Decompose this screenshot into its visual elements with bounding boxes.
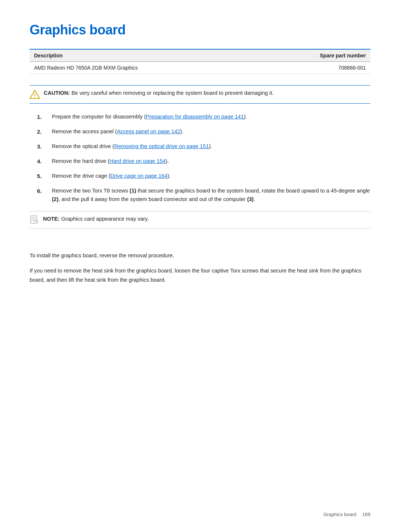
step-link[interactable]: Preparation for disassembly on page 141 [146,114,244,120]
list-item: 6.Remove the two Torx T8 screws (1) that… [37,187,370,204]
table-cell-description: AMD Radeon HD 7650A 2GB MXM Graphics [30,62,259,74]
caution-description: Be very careful when removing or replaci… [71,90,274,96]
step-text: Remove the access panel (Access panel on… [52,127,183,136]
step-text: Remove the optical drive (Removing the o… [52,142,212,151]
step-number: 5. [37,172,46,181]
page-footer-label: Graphics board [323,512,356,517]
footer-paragraph-1: To install the graphics board, reverse t… [30,251,370,260]
parts-table: Description Spare part number AMD Radeon… [30,49,370,74]
page-footer: Graphics board 169 [323,512,370,517]
table-header-spare-part: Spare part number [259,49,370,62]
step-link[interactable]: Access panel on page 142 [117,128,180,134]
step-link[interactable]: Drive cage on page 164 [110,173,167,179]
caution-text: CAUTION: Be very careful when removing o… [44,89,274,97]
step-text: Remove the hard drive (Hard drive on pag… [52,157,169,165]
step-text: Remove the drive cage (Drive cage on pag… [52,172,171,180]
step-text: Remove the two Torx T8 screws (1) that s… [52,187,370,204]
note-box: NOTE: Graphics card appearance may vary. [30,211,370,229]
caution-label: CAUTION: [44,90,70,96]
step-number: 3. [37,142,46,151]
footer-paragraph-2: If you need to remove the heat sink from… [30,266,370,284]
svg-text:!: ! [34,93,36,98]
step-link[interactable]: Removing the optical drive on page 151 [114,143,209,149]
list-item: 2.Remove the access panel (Access panel … [37,127,370,136]
list-item: 3.Remove the optical drive (Removing the… [37,142,370,151]
note-text: NOTE: Graphics card appearance may vary. [43,215,149,223]
list-item: 1.Prepare the computer for disassembly (… [37,113,370,121]
list-item: 5.Remove the drive cage (Drive cage on p… [37,172,370,181]
caution-icon: ! [30,89,40,100]
page-footer-number: 169 [362,512,370,517]
table-row: AMD Radeon HD 7650A 2GB MXM Graphics7088… [30,62,370,74]
step-number: 2. [37,127,46,136]
step-link[interactable]: Hard drive on page 154 [110,158,166,164]
page-title: Graphics board [30,22,370,38]
list-item: 4.Remove the hard drive (Hard drive on p… [37,157,370,166]
step-text: Prepare the computer for disassembly (Pr… [52,113,247,121]
table-cell-spare-part: 708866-001 [259,62,370,74]
note-description: Graphics card appearance may vary. [61,216,149,222]
note-label: NOTE: [43,216,60,222]
note-icon [30,215,39,225]
steps-list: 1.Prepare the computer for disassembly (… [30,113,370,204]
step-number: 1. [37,113,46,121]
caution-box: ! CAUTION: Be very careful when removing… [30,85,370,104]
step-number: 4. [37,157,46,166]
step-number: 6. [37,187,46,195]
table-header-description: Description [30,49,259,62]
